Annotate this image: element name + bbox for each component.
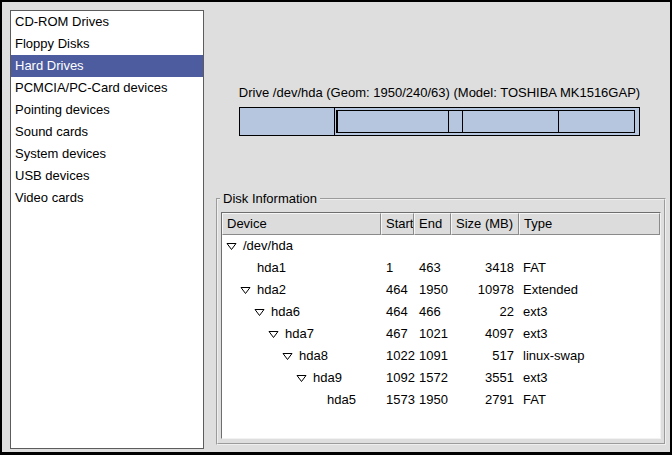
device-label: hda8	[299, 345, 328, 367]
end-cell: 1572	[416, 367, 453, 389]
column-header-end[interactable]: End	[414, 213, 451, 235]
end-cell: 1950	[416, 279, 453, 301]
size-cell: 22	[453, 301, 519, 323]
sidebar-item-pcmcia-pc-card-devices[interactable]: PCMCIA/PC-Card devices	[11, 77, 203, 99]
column-header-device[interactable]: Device	[222, 213, 381, 235]
device-cell: hda9	[222, 367, 383, 389]
disk-information-groupbox: Disk Information DeviceStartEndSize (MB)…	[216, 198, 666, 445]
drive-title: Drive /dev/hda (Geom: 1950/240/63) (Mode…	[229, 85, 650, 100]
partition-segment-hda5	[558, 110, 635, 133]
device-cell: hda6	[222, 301, 383, 323]
size-cell	[453, 235, 519, 257]
partition-segment-hda2	[335, 108, 639, 135]
type-cell: Extended	[519, 279, 660, 301]
start-cell: 1	[383, 257, 416, 279]
type-cell: FAT	[519, 389, 660, 411]
partition-segment-hda8	[448, 110, 462, 133]
table-row-hda7[interactable]: hda746710214097ext3	[222, 323, 660, 345]
device-cell: hda8	[222, 345, 383, 367]
sidebar-item-system-devices[interactable]: System devices	[11, 143, 203, 165]
type-cell: linux-swap	[519, 345, 660, 367]
disk-information-title: Disk Information	[220, 191, 320, 206]
type-cell: ext3	[519, 367, 660, 389]
device-label: /dev/hda	[243, 235, 293, 257]
start-cell: 464	[383, 279, 416, 301]
sidebar-item-hard-drives[interactable]: Hard Drives	[11, 55, 203, 77]
device-cell: /dev/hda	[222, 235, 383, 257]
size-cell: 4097	[453, 323, 519, 345]
sidebar-item-floppy-disks[interactable]: Floppy Disks	[11, 33, 203, 55]
start-cell: 1022	[383, 345, 416, 367]
table-row-hda1[interactable]: hda114633418FAT	[222, 257, 660, 279]
table-row-dev-hda[interactable]: /dev/hda	[222, 235, 660, 257]
table-row-hda2[interactable]: hda2464195010978Extended	[222, 279, 660, 301]
table-row-hda5[interactable]: hda5157319502791FAT	[222, 389, 660, 411]
sidebar-item-pointing-devices[interactable]: Pointing devices	[11, 99, 203, 121]
device-label: hda1	[257, 257, 286, 279]
tree-indent	[222, 378, 296, 379]
start-cell: 464	[383, 301, 416, 323]
sidebar-item-sound-cards[interactable]: Sound cards	[11, 121, 203, 143]
size-cell: 517	[453, 345, 519, 367]
device-cell: hda2	[222, 279, 383, 301]
start-cell	[383, 235, 416, 257]
tree-indent	[222, 290, 240, 291]
size-cell: 2791	[453, 389, 519, 411]
table-row-hda9[interactable]: hda9109215723551ext3	[222, 367, 660, 389]
tree-indent	[222, 334, 268, 335]
column-header-size-mb[interactable]: Size (MB)	[451, 213, 519, 235]
disk-partition-bar	[239, 107, 640, 136]
size-cell: 3551	[453, 367, 519, 389]
device-label: hda2	[257, 279, 286, 301]
end-cell: 1950	[416, 389, 453, 411]
device-label: hda9	[313, 367, 342, 389]
start-cell: 1092	[383, 367, 416, 389]
hardware-browser-window: { "window": { "bg_color": "#dedede", "se…	[0, 0, 672, 455]
sidebar-item-usb-devices[interactable]: USB devices	[11, 165, 203, 187]
end-cell: 466	[416, 301, 453, 323]
column-header-start[interactable]: Start	[381, 213, 414, 235]
device-cell: hda5	[222, 389, 383, 411]
end-cell: 1091	[416, 345, 453, 367]
end-cell: 463	[416, 257, 453, 279]
partition-segment-hda9	[462, 110, 560, 133]
partition-table-header: DeviceStartEndSize (MB)Type	[222, 213, 660, 235]
type-cell	[519, 235, 660, 257]
device-cell: hda1	[222, 257, 383, 279]
partition-table: DeviceStartEndSize (MB)Type /dev/hdahda1…	[221, 212, 661, 439]
end-cell	[416, 235, 453, 257]
tree-indent	[222, 312, 254, 313]
tree-indent	[222, 356, 282, 357]
start-cell: 467	[383, 323, 416, 345]
sidebar-item-cd-rom-drives[interactable]: CD-ROM Drives	[11, 11, 203, 33]
device-label: hda7	[285, 323, 314, 345]
expander-icon[interactable]	[282, 352, 299, 361]
device-label: hda6	[271, 301, 300, 323]
expander-icon[interactable]	[268, 330, 285, 339]
tree-indent	[222, 400, 310, 401]
partition-table-body: /dev/hdahda114633418FAThda2464195010978E…	[222, 235, 660, 411]
device-category-list: CD-ROM DrivesFloppy DisksHard DrivesPCMC…	[10, 10, 204, 449]
partition-segment-hda1	[240, 108, 335, 135]
device-label: hda5	[327, 389, 356, 411]
type-cell: ext3	[519, 301, 660, 323]
partition-segment-hda7	[337, 110, 450, 133]
sidebar-item-video-cards[interactable]: Video cards	[11, 187, 203, 209]
expander-icon[interactable]	[226, 242, 243, 251]
end-cell: 1021	[416, 323, 453, 345]
table-row-hda8[interactable]: hda810221091517linux-swap	[222, 345, 660, 367]
column-header-type[interactable]: Type	[519, 213, 660, 235]
expander-icon[interactable]	[240, 286, 257, 295]
device-cell: hda7	[222, 323, 383, 345]
expander-icon[interactable]	[296, 374, 313, 383]
type-cell: FAT	[519, 257, 660, 279]
size-cell: 10978	[453, 279, 519, 301]
table-row-hda6[interactable]: hda646446622ext3	[222, 301, 660, 323]
type-cell: ext3	[519, 323, 660, 345]
size-cell: 3418	[453, 257, 519, 279]
start-cell: 1573	[383, 389, 416, 411]
tree-indent	[222, 268, 240, 269]
expander-icon[interactable]	[254, 308, 271, 317]
